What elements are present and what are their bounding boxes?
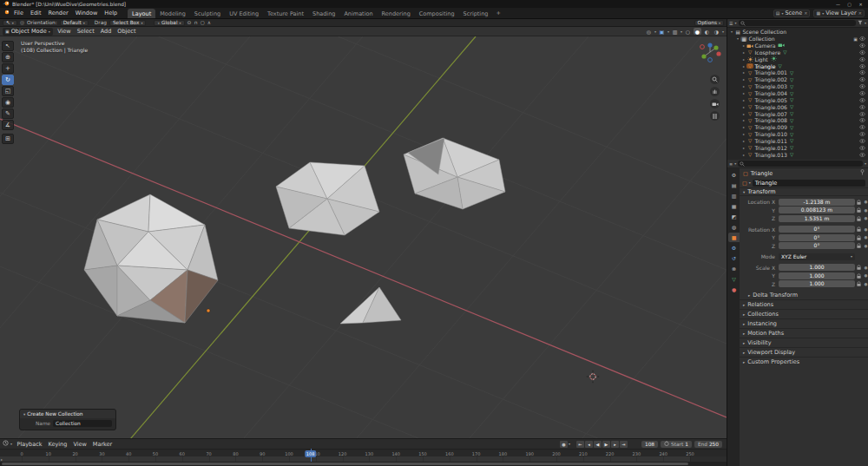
section-instancing[interactable]: ▸Instancing — [740, 318, 868, 328]
animate-dot-icon[interactable]: ● — [863, 208, 868, 213]
eye-icon[interactable] — [859, 104, 865, 110]
mode-selector[interactable]: ▣Object Mode▾ — [3, 28, 53, 36]
options-dropdown[interactable]: Options▾ — [694, 20, 724, 26]
viewport-menu-object[interactable]: Object — [115, 28, 139, 35]
workspace-tab-texture-paint[interactable]: Texture Paint — [263, 9, 308, 18]
section-collections[interactable]: ▸Collections — [740, 309, 868, 318]
move-tool-button[interactable]: + — [2, 63, 14, 74]
proportional-edit-icon[interactable]: ○ — [201, 20, 205, 25]
shading-rendered-icon[interactable]: ◑ — [713, 28, 720, 35]
menu-render[interactable]: Render — [44, 10, 71, 16]
transform-tool-button[interactable]: ◉ — [2, 97, 14, 108]
workspace-tab-layout[interactable]: Layout — [128, 9, 155, 18]
eye-icon[interactable] — [859, 63, 865, 69]
properties-tab-world[interactable]: ◍ — [728, 222, 740, 232]
lock-icon[interactable] — [855, 273, 863, 279]
navigation-gizmo[interactable] — [698, 40, 722, 66]
eye-icon[interactable] — [859, 131, 865, 137]
measure-tool-button[interactable]: ∡ — [2, 120, 14, 130]
object-name-input[interactable]: Triangle — [753, 180, 865, 187]
number-field[interactable]: 0° — [779, 234, 855, 241]
maximize-button[interactable]: ▢ — [845, 2, 854, 7]
lock-icon[interactable] — [855, 265, 863, 270]
outliner-item-light[interactable]: ▸Light — [727, 56, 868, 62]
rotate-tool-button[interactable]: ↻ — [2, 75, 14, 85]
timeline-scrollbar[interactable] — [0, 462, 727, 466]
rotation-mode-select[interactable]: XYZ Euler▾ — [779, 253, 855, 260]
blender-menu-icon[interactable] — [3, 10, 10, 16]
number-field[interactable]: 1.5351 m — [779, 215, 855, 222]
viewport-menu-select[interactable]: Select — [74, 28, 97, 35]
breadcrumb-object[interactable]: Triangle — [751, 170, 773, 177]
section-visibility[interactable]: ▸Visibility — [740, 338, 868, 347]
outliner-editor-icon[interactable]: ☰ — [729, 21, 733, 26]
timeline-scrollbar-thumb[interactable] — [2, 463, 688, 465]
lock-icon[interactable] — [855, 243, 863, 248]
animate-dot-icon[interactable]: ● — [863, 227, 868, 232]
lock-icon[interactable] — [855, 281, 863, 286]
section-motion-paths[interactable]: ▸Motion Paths — [740, 328, 868, 338]
cursor-tool-button[interactable]: ⊕ — [2, 52, 14, 62]
properties-tab-material[interactable]: ● — [728, 285, 740, 294]
current-frame-field[interactable]: 108 — [641, 441, 658, 448]
play-button[interactable]: ▶ — [602, 441, 610, 448]
menu-help[interactable]: Help — [101, 10, 121, 16]
section-delta-transform[interactable]: ▸Delta Transform — [740, 291, 868, 299]
transform-section-header[interactable]: ▾Transform — [740, 187, 868, 196]
drag-select[interactable]: Select Box▾ — [109, 20, 147, 26]
frame-range-end-field[interactable]: End250 — [694, 441, 722, 448]
eye-icon[interactable] — [859, 49, 865, 56]
transform-orientation-select[interactable]: ⌖Global▾ — [154, 20, 184, 26]
pivot-point-icon[interactable]: ⊙ — [187, 20, 192, 25]
outliner-item-triangle-005[interactable]: ▸▽Triangle.005▽ — [727, 96, 868, 103]
section-viewport-display[interactable]: ▸Viewport Display — [740, 347, 868, 357]
outliner-item-triangle-008[interactable]: ▸▽Triangle.008▽ — [727, 117, 868, 124]
close-button[interactable]: ✕ — [856, 2, 865, 7]
timeline-body[interactable]: 0102030405060708090100110120130140150160… — [0, 449, 727, 462]
timeline-track[interactable] — [0, 456, 727, 462]
minimize-button[interactable]: — — [833, 2, 843, 7]
animate-dot-icon[interactable]: ● — [863, 216, 868, 220]
menu-edit[interactable]: Edit — [27, 10, 45, 16]
outliner-item-triangle-002[interactable]: ▸▽Triangle.002▽ — [727, 76, 868, 83]
lock-icon[interactable] — [855, 216, 863, 221]
properties-tab-physics[interactable]: ↺ — [728, 253, 740, 263]
lock-icon[interactable] — [855, 207, 863, 213]
eye-icon[interactable] — [859, 36, 865, 42]
animate-dot-icon[interactable]: ● — [863, 266, 868, 270]
timeline-menu-keying[interactable]: Keying — [45, 441, 70, 448]
prev-keyframe-button[interactable]: ◂ — [585, 441, 593, 448]
properties-tab-data[interactable]: ▽ — [728, 274, 740, 284]
viewport-menu-view[interactable]: View — [55, 28, 74, 35]
filter-funnel-icon[interactable] — [858, 20, 863, 27]
select-box-tool-button[interactable]: ↖ — [2, 41, 14, 51]
number-field[interactable]: 1.000 — [779, 264, 855, 271]
workspace-tab-uv-editing[interactable]: UV Editing — [225, 9, 263, 18]
viewport-menu-add[interactable]: Add — [97, 28, 115, 35]
outliner-item-triangle-001[interactable]: ▸▽Triangle.001▽ — [727, 69, 868, 76]
outliner-search-input[interactable] — [739, 20, 856, 26]
outliner-item-triangle-010[interactable]: ▸▽Triangle.010▽ — [727, 131, 868, 138]
eye-icon[interactable] — [859, 138, 865, 144]
overlays-toggle-icon[interactable]: ▣ — [658, 28, 666, 35]
scale-tool-button[interactable]: ◱ — [2, 86, 14, 96]
current-frame-indicator[interactable]: 108 — [305, 450, 317, 457]
timeline-menu-view[interactable]: View — [70, 441, 89, 448]
eye-icon[interactable] — [859, 117, 865, 123]
timeline-ruler[interactable]: 0102030405060708090100110120130140150160… — [0, 449, 727, 456]
exclude-checkbox-icon[interactable]: ▣ — [853, 36, 858, 42]
pan-button[interactable] — [710, 87, 720, 96]
orientation-select[interactable]: Default▾ — [60, 20, 89, 26]
menu-file[interactable]: File — [10, 10, 27, 16]
shading-solid-icon[interactable]: ● — [694, 28, 701, 35]
pin-icon[interactable] — [860, 169, 865, 177]
view-layer-selector[interactable]: ▦▾ View Layer ✕ — [813, 10, 865, 17]
jump-start-button[interactable]: ⇤ — [576, 441, 584, 448]
number-field[interactable]: 0° — [779, 242, 855, 249]
number-field[interactable]: -1.2138 m — [779, 199, 855, 206]
eye-icon[interactable] — [859, 124, 865, 130]
active-tool-button[interactable]: ↖▾ — [3, 20, 17, 26]
properties-tab-view-layer[interactable]: ▦ — [728, 201, 740, 211]
animate-dot-icon[interactable]: ● — [863, 273, 868, 278]
outliner-item-triangle-003[interactable]: ▸▽Triangle.003▽ — [727, 83, 868, 90]
